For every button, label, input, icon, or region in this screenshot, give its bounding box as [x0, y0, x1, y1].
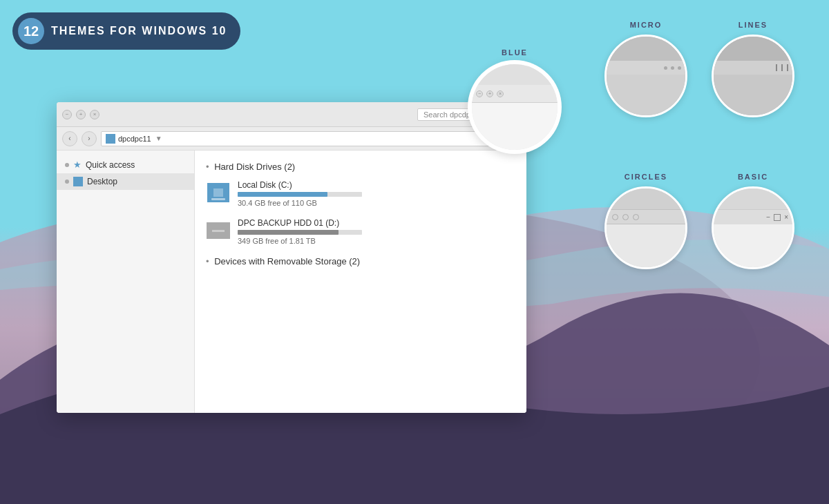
micro-titlebar: [607, 61, 685, 75]
explorer-titlebar: − + × Search dpcdpc11: [57, 102, 526, 127]
address-text: dpcdpc11: [118, 135, 151, 143]
desktop-label: Desktop: [87, 177, 117, 186]
theme-lines-circle[interactable]: [712, 35, 794, 117]
sidebar-item-quick-access[interactable]: ★ Quick access: [57, 156, 194, 173]
theme-circles-label: CIRCLES: [625, 173, 667, 181]
removable-section-title: • Devices with Removable Storage (2): [206, 256, 515, 266]
address-bar[interactable]: dpcdpc11 ▼: [101, 131, 509, 146]
theme-item-basic: BASIC − ×: [712, 173, 794, 269]
micro-dot-1: [664, 66, 667, 70]
line-btn-2: [781, 64, 783, 71]
computer-icon: [106, 134, 115, 144]
circle-btn-3: [633, 214, 639, 220]
explorer-window: − + × Search dpcdpc11 ‹ › dpcdpc11 ▼ ↺ ★…: [57, 102, 526, 413]
minimize-button[interactable]: −: [62, 110, 72, 119]
explorer-body: ★ Quick access Desktop • Hard Disk Drive…: [57, 151, 526, 413]
explorer-sidebar: ★ Quick access Desktop: [57, 151, 195, 413]
bullet-char: •: [206, 162, 211, 172]
basic-titlebar: − ×: [714, 209, 792, 224]
micro-dot-2: [671, 66, 674, 70]
micro-dot-3: [678, 66, 681, 70]
disk-d-bar-fill: [238, 230, 339, 235]
explorer-toolbar: ‹ › dpcdpc11 ▼ ↺: [57, 127, 526, 151]
theme-circles-preview: [607, 188, 685, 267]
disk-item-d: DPC BACKUP HDD 01 (D:) 349 GB free of 1.…: [206, 218, 515, 245]
back-button[interactable]: ‹: [62, 131, 77, 146]
blue-theme-close: ×: [497, 90, 504, 97]
basic-minimize-btn: −: [766, 213, 770, 221]
line-btn-3: [787, 64, 788, 71]
bullet-dot-2: [65, 180, 69, 184]
line-btn-1: [776, 64, 777, 71]
theme-basic-circle[interactable]: − ×: [712, 186, 794, 269]
forward-button[interactable]: ›: [82, 131, 97, 146]
badge-title: THEMES FOR WINDOWS 10: [51, 25, 227, 37]
theme-basic-label: BASIC: [738, 173, 768, 181]
disk-d-bar-bg: [238, 230, 362, 235]
desktop-icon: [73, 177, 83, 186]
close-button[interactable]: ×: [90, 110, 99, 119]
header-badge: 12 THEMES FOR WINDOWS 10: [12, 12, 240, 50]
theme-item-circles: CIRCLES: [601, 173, 691, 269]
blue-theme-minus: −: [476, 90, 483, 97]
themes-area: BLUE − + × MICRO: [470, 21, 794, 269]
disk-d-icon: [206, 218, 231, 243]
basic-maximize-btn: [774, 214, 781, 221]
circles-titlebar: [607, 209, 685, 224]
theme-item-blue: BLUE − + ×: [470, 48, 560, 152]
theme-blue-preview: − + ×: [472, 64, 558, 150]
address-chevron: ▼: [155, 135, 162, 142]
theme-item-lines: LINES: [712, 21, 794, 152]
sidebar-item-desktop[interactable]: Desktop: [57, 173, 194, 190]
disk-c-bar-bg: [238, 192, 362, 197]
theme-item-micro: MICRO: [601, 21, 691, 152]
quick-access-label: Quick access: [86, 160, 135, 170]
disk-item-c: Local Disk (C:) 30.4 GB free of 110 GB: [206, 180, 515, 207]
badge-number: 12: [18, 18, 44, 44]
bullet-dot: [65, 163, 69, 167]
theme-blue-circle[interactable]: − + ×: [470, 62, 560, 152]
theme-micro-preview: [607, 37, 685, 115]
disk-c-bar-fill: [238, 192, 327, 197]
theme-blue-label: BLUE: [502, 48, 528, 57]
circle-btn-1: [612, 214, 618, 220]
theme-lines-preview: [714, 37, 792, 115]
theme-circles-circle[interactable]: [604, 186, 687, 269]
theme-micro-circle[interactable]: [604, 35, 687, 117]
theme-lines-label: LINES: [739, 21, 768, 29]
disk-c-icon: [206, 180, 231, 205]
circle-btn-2: [622, 214, 629, 220]
hard-disk-section-title: • Hard Disk Drives (2): [206, 162, 515, 172]
theme-basic-preview: − ×: [714, 188, 792, 267]
theme-micro-label: MICRO: [630, 21, 663, 29]
basic-close-btn: ×: [784, 213, 788, 221]
bullet-char-2: •: [206, 256, 211, 266]
lines-titlebar: [714, 61, 792, 75]
star-icon: ★: [73, 159, 82, 170]
maximize-button[interactable]: +: [76, 110, 86, 119]
blue-theme-plus: +: [486, 90, 493, 97]
